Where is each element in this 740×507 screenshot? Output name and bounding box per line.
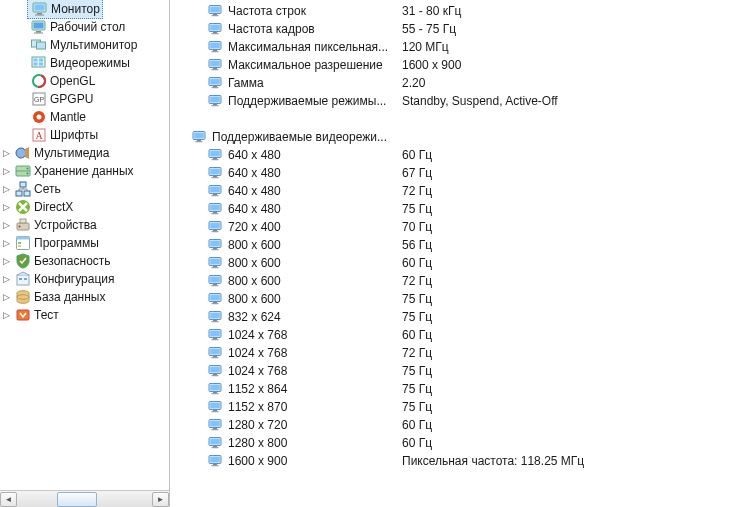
expander-icon[interactable]: ▷ <box>0 219 12 231</box>
tree[interactable]: МониторРабочий столМультимониторВидеореж… <box>0 0 169 490</box>
database-icon <box>15 289 31 305</box>
property-row[interactable]: Гамма2.20 <box>170 74 740 92</box>
mode-refresh: 75 Гц <box>402 382 432 396</box>
tree-item-mantle[interactable]: Mantle <box>0 108 169 126</box>
video-mode-row[interactable]: 640 x 48072 Гц <box>170 182 740 200</box>
tree-item-videomodes[interactable]: Видеорежимы <box>0 54 169 72</box>
svg-rect-58 <box>210 61 219 66</box>
tree-item-label: Безопасность <box>34 252 111 270</box>
property-row[interactable]: Поддерживаемые режимы...Standby, Suspend… <box>170 92 740 110</box>
video-mode-row[interactable]: 1280 x 72060 Гц <box>170 416 740 434</box>
monitor-icon <box>208 3 224 19</box>
scroll-left-button[interactable]: ◄ <box>0 492 17 507</box>
mode-refresh: 75 Гц <box>402 292 432 306</box>
mode-resolution: 1152 x 864 <box>228 382 402 396</box>
tree-item-config[interactable]: ▷Конфигурация <box>0 270 169 288</box>
svg-rect-82 <box>210 187 219 192</box>
section-label: Поддерживаемые видеорежи... <box>212 130 402 144</box>
tree-item-fonts[interactable]: AШрифты <box>0 126 169 144</box>
scroll-thumb[interactable] <box>57 492 97 507</box>
tree-item-network[interactable]: ▷Сеть <box>0 180 169 198</box>
tree-item-test[interactable]: ▷Тест <box>0 306 169 324</box>
svg-rect-96 <box>212 249 219 250</box>
test-icon <box>15 307 31 323</box>
tree-item-storage[interactable]: ▷Хранение данных <box>0 162 169 180</box>
property-value: Standby, Suspend, Active-Off <box>402 94 558 108</box>
expander-icon[interactable]: ▷ <box>0 183 12 195</box>
tree-item-opengl[interactable]: OpenGL <box>0 72 169 90</box>
video-modes-section[interactable]: Поддерживаемые видеорежи... <box>170 128 740 146</box>
mode-resolution: 1024 x 768 <box>228 346 402 360</box>
horizontal-scrollbar[interactable]: ◄ ► <box>0 490 169 507</box>
svg-rect-142 <box>210 457 219 462</box>
expander-icon[interactable]: ▷ <box>0 273 12 285</box>
monitor-icon <box>208 345 224 361</box>
monitor-icon <box>208 183 224 199</box>
tree-item-desktop[interactable]: Рабочий стол <box>0 18 169 36</box>
video-mode-row[interactable]: 1024 x 76875 Гц <box>170 362 740 380</box>
monitor-icon <box>208 93 224 109</box>
video-mode-row[interactable]: 1600 x 900Пиксельная частота: 118.25 МГц <box>170 452 740 470</box>
svg-rect-59 <box>213 68 217 69</box>
video-mode-row[interactable]: 720 x 40070 Гц <box>170 218 740 236</box>
tree-item-multimedia[interactable]: ▷Мультимедиа <box>0 144 169 162</box>
video-mode-row[interactable]: 800 x 60075 Гц <box>170 290 740 308</box>
expander-icon[interactable]: ▷ <box>0 147 12 159</box>
svg-rect-108 <box>212 303 219 304</box>
svg-rect-60 <box>212 69 219 70</box>
expander-icon[interactable]: ▷ <box>0 291 12 303</box>
mode-resolution: 800 x 600 <box>228 274 402 288</box>
tree-item-label: Мультимонитор <box>50 36 137 54</box>
expander-icon[interactable]: ▷ <box>0 237 12 249</box>
expander-icon <box>16 129 28 141</box>
tree-item-gpgpu[interactable]: GPGPGPU <box>0 90 169 108</box>
video-mode-row[interactable]: 832 x 62475 Гц <box>170 308 740 326</box>
video-mode-row[interactable]: 1152 x 87075 Гц <box>170 398 740 416</box>
tree-item-multimonitor[interactable]: Мультимонитор <box>0 36 169 54</box>
property-row[interactable]: Частота кадров55 - 75 Гц <box>170 20 740 38</box>
property-row[interactable]: Максимальная пиксельная...120 МГц <box>170 38 740 56</box>
monitor-icon <box>208 237 224 253</box>
tree-item-security[interactable]: ▷Безопасность <box>0 252 169 270</box>
video-mode-row[interactable]: 1280 x 80060 Гц <box>170 434 740 452</box>
video-mode-row[interactable]: 640 x 48060 Гц <box>170 146 740 164</box>
svg-rect-75 <box>213 158 217 159</box>
mode-refresh: 60 Гц <box>402 436 432 450</box>
video-mode-row[interactable]: 800 x 60056 Гц <box>170 236 740 254</box>
property-row[interactable]: Частота строк31 - 80 кГц <box>170 2 740 20</box>
video-mode-row[interactable]: 1024 x 76860 Гц <box>170 326 740 344</box>
scroll-right-button[interactable]: ► <box>152 492 169 507</box>
tree-item-programs[interactable]: ▷Программы <box>0 234 169 252</box>
tree-item-label: Mantle <box>50 108 86 126</box>
tree-item-label: Монитор <box>51 0 100 18</box>
mode-refresh: 67 Гц <box>402 166 432 180</box>
tree-item-database[interactable]: ▷База данных <box>0 288 169 306</box>
svg-rect-134 <box>210 421 219 426</box>
video-mode-row[interactable]: 640 x 48075 Гц <box>170 200 740 218</box>
desktop-icon <box>31 19 47 35</box>
tree-item-label: Хранение данных <box>34 162 134 180</box>
expander-icon[interactable]: ▷ <box>0 201 12 213</box>
monitor-icon <box>208 201 224 217</box>
svg-rect-138 <box>210 439 219 444</box>
tree-item-devices[interactable]: ▷Устройства <box>0 216 169 234</box>
tree-item-directx[interactable]: ▷DirectX <box>0 198 169 216</box>
expander-icon[interactable]: ▷ <box>0 165 12 177</box>
mode-refresh: 72 Гц <box>402 346 432 360</box>
expander-icon[interactable]: ▷ <box>0 309 12 321</box>
svg-rect-87 <box>213 212 217 213</box>
svg-point-27 <box>27 173 29 175</box>
expander-icon[interactable]: ▷ <box>0 255 12 267</box>
svg-rect-122 <box>210 367 219 372</box>
video-mode-row[interactable]: 640 x 48067 Гц <box>170 164 740 182</box>
mode-resolution: 1280 x 720 <box>228 418 402 432</box>
property-row[interactable]: Максимальное разрешение1600 x 900 <box>170 56 740 74</box>
svg-point-34 <box>19 226 21 228</box>
tree-item-monitor[interactable]: Монитор <box>0 0 169 18</box>
video-mode-row[interactable]: 1152 x 86475 Гц <box>170 380 740 398</box>
svg-rect-5 <box>34 23 44 29</box>
video-mode-row[interactable]: 800 x 60060 Гц <box>170 254 740 272</box>
video-mode-row[interactable]: 800 x 60072 Гц <box>170 272 740 290</box>
video-mode-row[interactable]: 1024 x 76872 Гц <box>170 344 740 362</box>
mode-resolution: 1024 x 768 <box>228 328 402 342</box>
